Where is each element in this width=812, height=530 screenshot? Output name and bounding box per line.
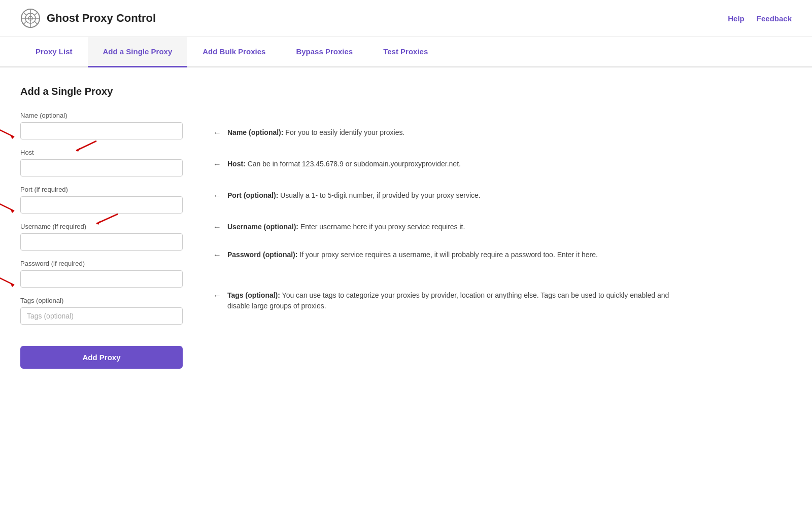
help-text-port: Port (optional): Usually a 1- to 5-digit… [227,190,481,201]
help-text-username: Username (optional): Enter username here… [227,222,465,232]
port-label: Port (if required) [20,186,183,193]
name-input[interactable] [20,122,183,139]
port-field-group: Port (if required) [20,186,183,214]
help-item-tags: ← Tags (optional): You can use tags to c… [213,283,690,324]
help-item-host: ← Host: Can be in format 123.45.678.9 or… [213,148,690,180]
help-text-tags: Tags (optional): You can use tags to cat… [227,290,690,311]
svg-line-8 [35,21,38,24]
app-logo-icon [20,8,41,28]
help-arrow-name: ← [213,128,221,137]
app-header: Ghost Proxy Control Help Feedback [0,0,812,37]
tags-input[interactable] [20,307,183,325]
header-nav: Help Feedback [728,14,792,23]
form-wrapper: Name (optional) Host Port (if required) [20,112,690,369]
arrow-annotation-port [0,200,19,215]
name-label: Name (optional) [20,112,183,119]
app-title: Ghost Proxy Control [47,12,156,25]
arrow-annotation-host [61,139,101,155]
password-input[interactable] [20,270,183,288]
form-section: Name (optional) Host Port (if required) [20,112,183,369]
help-text-password: Password (optional): If your proxy servi… [227,250,598,260]
svg-line-7 [23,21,26,24]
host-input[interactable] [20,159,183,176]
main-content: Add a Single Proxy Name (optional) [0,67,710,387]
arrow-annotation-password [0,274,19,289]
tab-bypass[interactable]: Bypass Proxies [281,37,368,67]
username-field-group: Username (if required) [20,223,183,251]
svg-line-17 [0,276,14,285]
tab-nav: Proxy List Add a Single Proxy Add Bulk P… [0,37,812,67]
password-field-group: Password (if required) [20,260,183,288]
help-arrow-tags: ← [213,291,221,300]
tab-add-bulk[interactable]: Add Bulk Proxies [187,37,281,67]
help-link[interactable]: Help [728,14,745,23]
help-list: ← Name (optional): For you to easily ide… [213,117,690,324]
svg-line-9 [0,128,14,137]
help-arrow-port: ← [213,191,221,200]
host-label: Host [20,149,183,156]
help-arrow-password: ← [213,251,221,260]
svg-line-6 [35,12,38,15]
feedback-link[interactable]: Feedback [757,14,792,23]
header-logo-area: Ghost Proxy Control [20,8,156,28]
help-section: ← Name (optional): For you to easily ide… [213,112,690,369]
add-proxy-button[interactable]: Add Proxy [20,346,183,369]
help-item-port: ← Port (optional): Usually a 1- to 5-dig… [213,180,690,211]
help-item-username: ← Username (optional): Enter username he… [213,211,690,242]
password-label: Password (if required) [20,260,183,267]
host-field-group: Host [20,149,183,176]
arrow-annotation-username [81,213,122,228]
username-input[interactable] [20,233,183,251]
arrow-annotation-name [0,126,19,141]
svg-line-5 [23,12,26,15]
help-arrow-username: ← [213,223,221,232]
tags-label: Tags (optional) [20,297,183,304]
tab-proxy-list[interactable]: Proxy List [20,37,88,67]
name-field-group: Name (optional) [20,112,183,139]
help-arrow-host: ← [213,160,221,169]
tab-test[interactable]: Test Proxies [368,37,443,67]
page-title: Add a Single Proxy [20,86,690,97]
help-item-name: ← Name (optional): For you to easily ide… [213,117,690,148]
tab-add-single[interactable]: Add a Single Proxy [88,37,188,67]
port-input[interactable] [20,196,183,214]
help-item-password: ← Password (optional): If your proxy ser… [213,242,690,283]
help-text-name: Name (optional): For you to easily ident… [227,127,404,138]
tags-field-group: Tags (optional) [20,297,183,325]
help-text-host: Host: Can be in format 123.45.678.9 or s… [227,159,461,169]
svg-line-13 [0,202,14,211]
